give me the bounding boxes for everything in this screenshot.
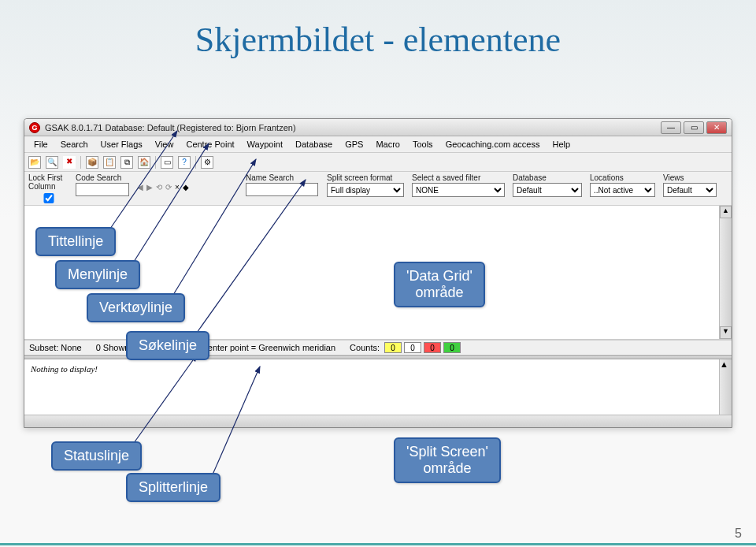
count-badge: 0 (424, 342, 441, 353)
counts-label: Counts: (350, 343, 380, 352)
tree-icon[interactable]: ⧉ (120, 156, 133, 169)
saved-filter-label: Select a saved filter (412, 173, 506, 182)
callout-splitterlinje: Splitterlinje (126, 473, 220, 502)
menu-geocaching[interactable]: Geocaching.com access (439, 138, 547, 151)
database-label: Database (513, 173, 584, 182)
scroll-down-icon[interactable]: ▼ (720, 326, 732, 339)
menu-user-flags[interactable]: User Flags (94, 138, 149, 151)
doc-icon[interactable]: ▭ (161, 156, 173, 169)
split-vertical-scrollbar[interactable]: ▲ (719, 359, 732, 415)
close-button[interactable]: ✕ (706, 121, 727, 134)
counts-area: Counts: 0000 (350, 342, 461, 353)
flag-icon[interactable]: 📋 (103, 156, 116, 169)
search-bar: Lock FirstColumn Code Search ◀▶ ⟲⟳ ×◆ Na… (24, 172, 732, 206)
menu-gps[interactable]: GPS (339, 138, 369, 151)
split-screen-area: Nothing to display! ▲ (24, 359, 732, 415)
count-badge: 0 (404, 342, 421, 353)
page-number: 5 (735, 527, 742, 541)
locations-select[interactable]: ..Not active (590, 183, 655, 197)
subset-label: Subset: None (29, 343, 82, 352)
slide-title: Skjermbildet - elementene (0, 20, 756, 60)
callout-verktoylinje: Verktøylinje (87, 293, 185, 322)
toolbar: 📂 🔍 ✖ 📦 📋 ⧉ 🏠 ▭ ? ⚙ (24, 153, 732, 172)
split-format-label: Split screen format (327, 173, 406, 182)
gear-icon[interactable]: ⚙ (201, 156, 213, 169)
menu-search[interactable]: Search (54, 138, 94, 151)
callout-tittellinje: Tittellinje (35, 227, 116, 256)
center-label: Center point = Greenwich meridian (202, 343, 335, 352)
grid-vertical-scrollbar[interactable]: ▲ ▼ (719, 206, 732, 339)
callout-statuslinje: Statuslinje (51, 441, 142, 471)
callout-splitscreen: 'Split Screen' område (394, 437, 501, 483)
search-icon[interactable]: 🔍 (46, 156, 58, 169)
menu-view[interactable]: View (149, 138, 180, 151)
menu-waypoint[interactable]: Waypoint (241, 138, 289, 151)
split-format-select[interactable]: Full display (327, 183, 404, 197)
delete-icon[interactable]: ✖ (63, 156, 76, 169)
code-search-input[interactable] (76, 183, 129, 196)
help-icon[interactable]: ? (178, 156, 191, 169)
lock-first-label: Lock FirstColumn (28, 173, 69, 191)
maximize-button[interactable]: ▭ (684, 121, 704, 134)
bottom-accent-line (0, 543, 756, 545)
callout-menylinje: Menylinje (55, 260, 140, 289)
callout-sokelinje: Søkelinje (126, 331, 209, 360)
lock-first-checkbox[interactable] (28, 193, 69, 203)
minimize-button[interactable]: — (661, 121, 681, 134)
name-search-label: Name Search (246, 173, 321, 182)
saved-filter-select[interactable]: NONE (412, 183, 505, 197)
count-badge: 0 (384, 342, 402, 353)
scroll-up-icon[interactable]: ▲ (720, 359, 732, 369)
open-icon[interactable]: 📂 (28, 156, 41, 169)
menu-macro[interactable]: Macro (369, 138, 406, 151)
scroll-up-icon[interactable]: ▲ (720, 206, 732, 218)
views-label: Views (663, 173, 718, 182)
home-icon[interactable]: 🏠 (138, 156, 150, 169)
name-search-input[interactable] (246, 183, 318, 196)
menu-file[interactable]: File (28, 138, 54, 151)
locations-label: Locations (590, 173, 657, 182)
title-bar: G GSAK 8.0.1.71 Database: Default (Regis… (24, 119, 732, 136)
nothing-to-display: Nothing to display! (31, 364, 98, 374)
menu-centre-point[interactable]: Centre Point (180, 138, 240, 151)
box-icon[interactable]: 📦 (86, 156, 98, 169)
app-icon: G (29, 122, 40, 133)
database-select[interactable]: Default (513, 183, 582, 197)
count-badge: 0 (443, 342, 461, 353)
bottom-horizontal-scrollbar[interactable] (24, 415, 732, 427)
window-title: GSAK 8.0.1.71 Database: Default (Registe… (45, 123, 296, 132)
menu-database[interactable]: Database (289, 138, 339, 151)
views-select[interactable]: Default (663, 183, 717, 197)
code-search-label: Code Search (76, 173, 131, 182)
menu-help[interactable]: Help (546, 138, 576, 151)
callout-datagrid: 'Data Grid' område (394, 262, 485, 307)
menu-tools[interactable]: Tools (406, 138, 439, 151)
menu-bar: File Search User Flags View Centre Point… (24, 136, 732, 153)
